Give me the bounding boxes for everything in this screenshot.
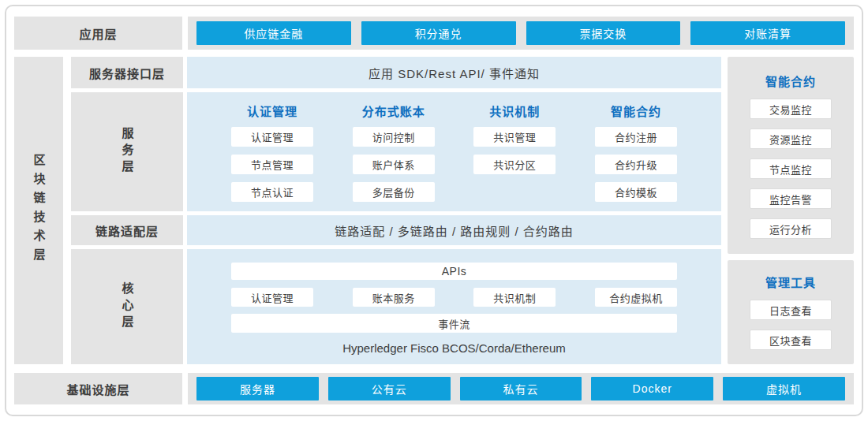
architecture-diagram: 应用层 供应链金融 积分通兑 票据交换 对账清算 区块链技术层 服务器接口层 服…: [0, 0, 868, 421]
infra-block-vm: 虚拟机: [723, 377, 845, 401]
blockchain-tech-layer-label: 区块链技术层: [14, 57, 63, 364]
side-panel-title: 智能合约: [765, 73, 816, 89]
core-module: 认证管理: [231, 288, 313, 307]
service-item: 账户体系: [353, 155, 435, 174]
blockchain-tech-layer-band: 区块链技术层 服务器接口层 服务层 链路适配层 核心层 应用 SDK/Rest …: [14, 57, 854, 364]
side-item: 运行分析: [750, 218, 832, 239]
tech-content-column: 应用 SDK/Rest API/ 事件通知 认证管理 认证管理 节点管理 节点认…: [187, 57, 721, 364]
event-stream-bar: 事件流: [231, 314, 677, 333]
platforms-text: Hyperledger Fisco BCOS/Corda/Ethereum: [231, 341, 677, 355]
service-item: 合约注册: [595, 127, 677, 147]
link-adaptation-panel: 链路适配 / 多链路由 / 路由规则 / 合约路由: [187, 215, 721, 245]
infrastructure-layer-row: 基础设施层 服务器 公有云 私有云 Docker 虚拟机: [14, 373, 854, 404]
management-tools-panel: 管理工具 日志查看 区块查看: [728, 260, 854, 364]
service-column-title: 分布式账本: [362, 102, 425, 119]
core-module: 共识机制: [473, 288, 556, 307]
link-adaptation-layer-label: 链路适配层: [71, 215, 183, 245]
service-column-title: 共识机制: [489, 102, 540, 119]
service-item: 共识管理: [473, 127, 556, 147]
sdk-api-panel: 应用 SDK/Rest API/ 事件通知: [187, 57, 721, 88]
core-layer-label: 核心层: [71, 249, 183, 364]
side-item: 日志查看: [750, 300, 832, 320]
service-column-ledger: 分布式账本 访问控制 账户体系 多层备份: [353, 92, 435, 211]
side-item: 节点监控: [750, 158, 832, 179]
server-interface-layer-label: 服务器接口层: [71, 57, 183, 88]
core-modules-row: 认证管理 账本服务 共识机制 合约虚拟机: [231, 288, 677, 307]
side-item: 交易监控: [750, 99, 832, 119]
sublayer-label-column: 服务器接口层 服务层 链路适配层 核心层: [71, 57, 183, 364]
infrastructure-button-strip: 服务器 公有云 私有云 Docker 虚拟机: [188, 373, 854, 404]
infrastructure-layer-label: 基础设施层: [14, 373, 182, 404]
service-item: 访问控制: [353, 127, 435, 147]
service-item: 节点认证: [231, 182, 313, 202]
side-item: 监控告警: [750, 188, 832, 209]
service-column-title: 认证管理: [247, 102, 297, 119]
application-layer-row: 应用层 供应链金融 积分通兑 票据交换 对账清算: [14, 17, 854, 50]
app-block-supply-chain-finance: 供应链金融: [196, 21, 351, 45]
service-item: 合约升级: [595, 155, 677, 174]
service-item: 节点管理: [231, 155, 313, 174]
diagram-content: 应用层 供应链金融 积分通兑 票据交换 对账清算 区块链技术层 服务器接口层 服…: [14, 17, 854, 404]
side-item: 区块查看: [750, 330, 832, 350]
infra-block-server: 服务器: [196, 377, 319, 401]
apis-bar: APIs: [231, 263, 677, 280]
application-layer-label: 应用层: [14, 17, 182, 50]
core-module: 合约虚拟机: [595, 288, 677, 307]
infra-block-public-cloud: 公有云: [328, 377, 451, 401]
side-panel-title: 管理工具: [765, 274, 816, 290]
service-layer-label: 服务层: [71, 92, 183, 211]
application-button-strip: 供应链金融 积分通兑 票据交换 对账清算: [188, 17, 854, 50]
service-item: 多层备份: [353, 182, 435, 202]
side-item: 资源监控: [750, 129, 832, 149]
service-column-title: 智能合约: [611, 102, 661, 119]
service-column-smart-contract: 智能合约 合约注册 合约升级 合约模板: [595, 92, 677, 211]
core-module: 账本服务: [353, 288, 435, 307]
service-layer-panel: 认证管理 认证管理 节点管理 节点认证 分布式账本 访问控制 账户体系 多层备份: [187, 92, 721, 211]
app-block-points-exchange: 积分通兑: [361, 21, 516, 45]
core-layer-panel: APIs 认证管理 账本服务 共识机制 合约虚拟机 事件流 Hyperledge…: [187, 249, 721, 364]
infra-block-docker: Docker: [591, 377, 713, 401]
app-block-bill-exchange: 票据交换: [526, 21, 681, 45]
service-item: 合约模板: [595, 182, 677, 202]
diagram-frame: 应用层 供应链金融 积分通兑 票据交换 对账清算 区块链技术层 服务器接口层 服…: [5, 5, 863, 416]
service-column-auth: 认证管理 认证管理 节点管理 节点认证: [231, 92, 313, 211]
service-column-consensus: 共识机制 共识管理 共识分区: [473, 92, 556, 211]
app-block-reconciliation-settlement: 对账清算: [690, 21, 845, 45]
infra-block-private-cloud: 私有云: [460, 377, 582, 401]
service-item: 共识分区: [473, 155, 556, 174]
smart-contract-monitor-panel: 智能合约 交易监控 资源监控 节点监控 监控告警 运行分析: [728, 57, 854, 254]
side-panel-column: 智能合约 交易监控 资源监控 节点监控 监控告警 运行分析 管理工具 日志查看 …: [728, 57, 854, 364]
service-item: 认证管理: [231, 127, 313, 147]
